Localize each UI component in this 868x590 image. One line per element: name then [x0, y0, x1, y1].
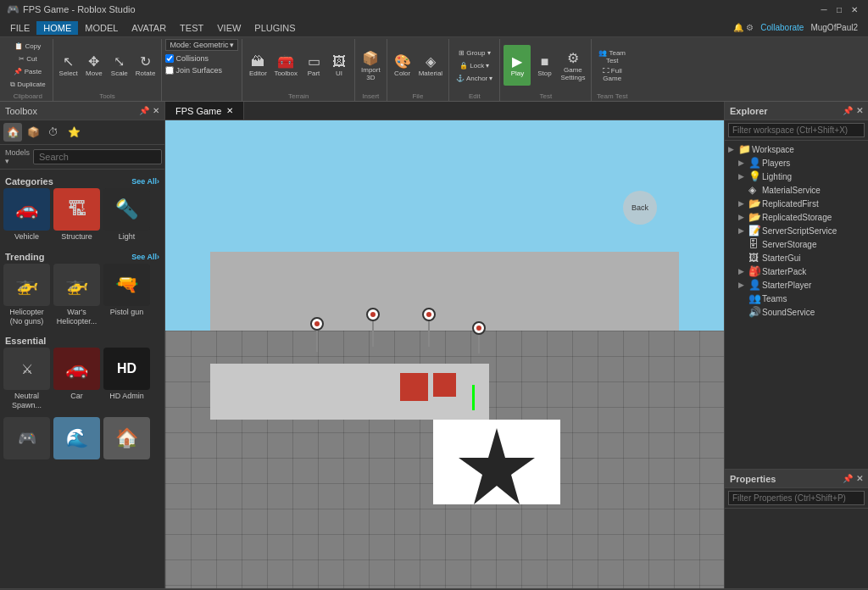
collaborate-button[interactable]: Collaborate: [760, 23, 804, 32]
anchor-button[interactable]: ⚓ Anchor ▾: [453, 72, 496, 84]
edit-buttons: ⊞ Group ▾ 🔒 Lock ▾ ⚓ Anchor ▾: [453, 39, 496, 92]
extra-thumb-2: 🌊: [53, 417, 100, 459]
menu-test[interactable]: TEST: [173, 21, 210, 35]
group-button[interactable]: ⊞ Group ▾: [453, 47, 496, 58]
lock-button[interactable]: 🔒 Lock ▾: [453, 59, 496, 71]
explorer-title: Explorer: [730, 106, 768, 116]
play-button[interactable]: ▶ Play: [504, 45, 531, 86]
explorer-filter-input[interactable]: [728, 123, 865, 137]
category-items: 🚗 Vehicle 🏗 Structure 🔦 Light: [3, 188, 161, 242]
tree-soundservice[interactable]: 🔊 SoundService: [725, 305, 868, 319]
tree-starterpack[interactable]: ▶ 🎒 StarterPack: [725, 264, 868, 278]
ui-button[interactable]: 🖼 UI: [327, 45, 351, 86]
trending-pistol[interactable]: 🔫 Pistol gun: [103, 264, 150, 326]
menu-file[interactable]: FILE: [3, 21, 36, 35]
toolbox-tab-recent[interactable]: ⏱: [44, 123, 63, 142]
toolbox-content: Categories See All› 🚗 Vehicle 🏗 Structur…: [0, 170, 164, 588]
trending-see-all[interactable]: See All›: [131, 253, 159, 261]
scale-button[interactable]: ⤡ Scale: [108, 45, 131, 86]
lighting-icon: 💡: [748, 170, 760, 182]
cut-button[interactable]: ✂ Cut: [7, 53, 49, 65]
editor-button[interactable]: 🏔 Editor: [246, 45, 270, 86]
tree-serverscriptservice[interactable]: ▶ 📝 ServerScriptService: [725, 224, 868, 237]
properties-close-icon[interactable]: ✕: [856, 474, 863, 483]
join-surfaces-checkbox[interactable]: Join Surfaces: [165, 66, 222, 75]
maximize-button[interactable]: □: [832, 3, 846, 16]
full-screen-button[interactable]: ⛶ FullGame: [595, 66, 629, 83]
extra-thumb-3: 🏠: [103, 417, 150, 459]
explorer-pin-icon[interactable]: 📌: [843, 106, 853, 115]
minimize-button[interactable]: ─: [817, 3, 831, 16]
menu-view[interactable]: VIEW: [210, 21, 248, 35]
tree-replicatedstorage[interactable]: ▶ 📂 ReplicatedStorage: [725, 210, 868, 224]
tree-players[interactable]: ▶ 👤 Players: [725, 156, 868, 170]
tree-lighting[interactable]: ▶ 💡 Lighting: [725, 170, 868, 183]
category-light[interactable]: 🔦 Light: [103, 188, 150, 242]
fps-game-tab[interactable]: FPS Game ✕: [165, 102, 244, 120]
categories-see-all[interactable]: See All›: [131, 177, 159, 186]
team-btn-group: 👥 TeamTest ⛶ FullGame: [595, 48, 629, 83]
extra-item-3[interactable]: 🏠: [103, 417, 150, 459]
tree-materialservice[interactable]: ◈ MaterialService: [725, 183, 868, 197]
tree-startergui[interactable]: 🖼 StarterGui: [725, 251, 868, 264]
menu-home[interactable]: HOME: [36, 21, 78, 35]
explorer-header-icons: 📌 ✕: [843, 106, 863, 115]
menu-plugins[interactable]: PLUGINS: [248, 21, 302, 35]
essential-car[interactable]: 🚗 Car: [53, 348, 100, 410]
move-button[interactable]: ✥ Move: [82, 45, 106, 86]
copy-button[interactable]: 📋 Copy: [7, 41, 49, 53]
helicopter-noguns-label: Helicopter (No guns): [3, 308, 50, 326]
explorer-close-icon[interactable]: ✕: [856, 106, 863, 115]
viewport[interactable]: Back: [165, 120, 724, 588]
category-vehicle[interactable]: 🚗 Vehicle: [3, 188, 50, 242]
close-button[interactable]: ✕: [848, 3, 861, 16]
toolbox-close-icon[interactable]: ✕: [153, 106, 159, 115]
material-button[interactable]: ◈ Material: [416, 45, 445, 86]
trending-helicopter-noguns[interactable]: 🚁 Helicopter (No guns): [3, 264, 50, 326]
extra-thumb-1: 🎮: [3, 417, 50, 459]
part-button[interactable]: ▭ Part: [302, 45, 326, 86]
tree-teams[interactable]: 👥 Teams: [725, 292, 868, 305]
properties-panel: Properties 📌 ✕: [725, 470, 868, 588]
category-structure[interactable]: 🏗 Structure: [53, 188, 100, 242]
toolbox-pin-icon[interactable]: 📌: [139, 106, 149, 115]
file-section: 🎨 Color ◈ Material File: [387, 39, 449, 101]
properties-header-icons: 📌 ✕: [843, 474, 863, 483]
trending-war-helicopter[interactable]: 🚁 War's Helicopter...: [53, 264, 100, 326]
color-button[interactable]: 🎨 Color: [391, 45, 415, 86]
mode-dropdown[interactable]: Mode: Geometric ▾: [165, 39, 238, 51]
menu-avatar[interactable]: AVATAR: [125, 21, 173, 35]
game-settings-button[interactable]: ⚙ GameSettings: [558, 45, 587, 86]
toolbox-button[interactable]: 🧰 Toolbox: [271, 45, 300, 86]
toolbox-title: Toolbox: [5, 106, 37, 116]
file-label: File: [412, 92, 423, 101]
tree-starterplayer[interactable]: ▶ 👤 StarterPlayer: [725, 278, 868, 292]
tree-replicatedfirst[interactable]: ▶ 📂 ReplicatedFirst: [725, 197, 868, 210]
toolbox-tab-home[interactable]: 🏠: [3, 123, 22, 142]
team-test-button[interactable]: 👥 TeamTest: [595, 48, 629, 65]
import3d-button[interactable]: 📦 Import3D: [359, 45, 383, 86]
toolbox-tab-favorites[interactable]: ⭐: [64, 123, 83, 142]
clipboard-section: 📋 Copy ✂ Cut 📌 Paste ⧉ Duplicate Clipboa…: [3, 39, 53, 101]
toolbox-tab-packages[interactable]: 📦: [24, 123, 42, 142]
essential-neutral-spawn[interactable]: ⚔ Neutral Spawn...: [3, 348, 50, 410]
title-bar-controls[interactable]: ─ □ ✕: [817, 3, 861, 16]
extra-item-2[interactable]: 🌊: [53, 417, 100, 459]
stop-button[interactable]: ■ Stop: [532, 45, 556, 86]
rotate-button[interactable]: ↻ Rotate: [133, 45, 159, 86]
extra-item-1[interactable]: 🎮: [3, 417, 50, 459]
properties-pin-icon[interactable]: 📌: [843, 474, 853, 483]
paste-button[interactable]: 📌 Paste: [7, 66, 49, 78]
menu-model[interactable]: MODEL: [78, 21, 125, 35]
tree-workspace[interactable]: ▶ 📁 Workspace: [725, 142, 868, 156]
tree-serverstorage[interactable]: 🗄 ServerStorage: [725, 237, 868, 251]
search-input[interactable]: [33, 149, 162, 164]
essential-hdadmin[interactable]: HD HD Admin: [103, 348, 150, 410]
duplicate-button[interactable]: ⧉ Duplicate: [7, 79, 49, 91]
close-tab-icon[interactable]: ✕: [226, 106, 233, 115]
select-button[interactable]: ↖ Select: [57, 45, 81, 86]
collisions-checkbox[interactable]: Collisions: [165, 54, 209, 63]
test-buttons: ▶ Play ■ Stop ⚙ GameSettings: [504, 39, 587, 92]
properties-filter-input[interactable]: [728, 491, 865, 505]
properties-filter-area: [725, 488, 868, 509]
